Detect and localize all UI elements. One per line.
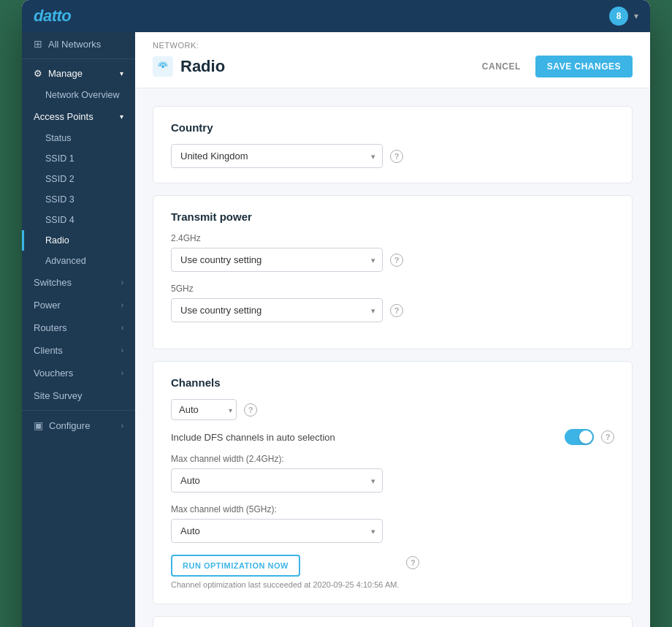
sidebar-item-site-survey[interactable]: Site Survey (22, 384, 135, 407)
switches-chevron-icon: › (121, 278, 123, 286)
sidebar-item-ssid4[interactable]: SSID 4 (22, 210, 135, 230)
optimize-content: RUN OPTIMIZATION NOW Channel optimizatio… (171, 555, 399, 589)
access-points-chevron-icon: ▾ (120, 113, 123, 121)
dfs-help-icon[interactable]: ? (601, 430, 614, 444)
network-overview-label: Network Overview (45, 90, 119, 100)
max-width-24-wrapper: Auto 20MHz 40MHz ▾ (171, 468, 383, 493)
channels-section-title: Channels (171, 376, 614, 389)
transmit-24ghz-wrapper: Use country setting Low Medium High Maxi… (171, 248, 383, 272)
form-content: Country United Kingdom United States Ger… (135, 88, 650, 627)
sidebar-access-points-group[interactable]: Access Points ▾ (22, 105, 135, 128)
channel-select[interactable]: Auto 1 2 6 11 (171, 399, 237, 420)
max-width-24-row: Auto 20MHz 40MHz ▾ (171, 468, 614, 493)
transmit-5ghz-wrapper: Use country setting Low Medium High Maxi… (171, 298, 383, 322)
vouchers-label: Vouchers (34, 368, 73, 379)
run-optimization-button[interactable]: RUN OPTIMIZATION NOW (171, 555, 300, 577)
sidebar-item-status[interactable]: Status (22, 128, 135, 148)
network-label: NETWORK: (153, 32, 633, 50)
transmit-5ghz-group: 5GHz Use country setting Low Medium High… (171, 284, 614, 322)
svg-point-0 (161, 65, 164, 68)
clients-label: Clients (34, 345, 63, 356)
sidebar-manage-group[interactable]: ⚙ Manage ▾ (22, 62, 135, 85)
optimize-row: RUN OPTIMIZATION NOW Channel optimizatio… (171, 555, 614, 589)
configure-chevron-icon: › (121, 422, 123, 430)
dfs-slider (565, 429, 594, 445)
transmit-24ghz-group: 2.4GHz Use country setting Low Medium Hi… (171, 233, 614, 272)
transmit-5ghz-help-icon[interactable]: ? (390, 304, 403, 317)
routers-chevron-icon: › (121, 324, 123, 332)
transmit-24ghz-select[interactable]: Use country setting Low Medium High Maxi… (171, 248, 383, 272)
sidebar-item-ssid1[interactable]: SSID 1 (22, 148, 135, 169)
country-help-icon[interactable]: ? (390, 150, 403, 163)
divider2 (22, 410, 135, 411)
channels-row: Auto 1 2 6 11 ▾ ? (171, 399, 614, 420)
sidebar-item-all-networks[interactable]: ⊞ All Networks (22, 32, 135, 56)
country-field-row: United Kingdom United States Germany Fra… (171, 144, 614, 168)
configure-icon: ▣ (34, 419, 43, 431)
transmit-24ghz-help-icon[interactable]: ? (390, 254, 403, 267)
max-width-5-select[interactable]: Auto 20MHz 40MHz 80MHz 160MHz (171, 519, 383, 543)
max-width-5-group: Max channel width (5GHz): Auto 20MHz 40M… (171, 504, 614, 543)
sidebar-item-radio[interactable]: Radio (22, 230, 135, 251)
channels-section: Channels Auto 1 2 6 11 ▾ ? (153, 361, 633, 604)
max-width-5-row: Auto 20MHz 40MHz 80MHz 160MHz ▾ (171, 519, 614, 543)
divider (22, 58, 135, 59)
sidebar-manage-label: Manage (48, 68, 83, 79)
transmit-section: Transmit power 2.4GHz Use country settin… (153, 195, 633, 349)
transmit-24ghz-row: Use country setting Low Medium High Maxi… (171, 248, 614, 272)
max-width-24-select[interactable]: Auto 20MHz 40MHz (171, 468, 383, 493)
sidebar-item-ssid2[interactable]: SSID 2 (22, 169, 135, 189)
country-select[interactable]: United Kingdom United States Germany Fra… (171, 144, 383, 168)
sidebar-access-points-label: Access Points (34, 111, 93, 122)
sidebar-item-configure[interactable]: ▣ Configure › (22, 414, 135, 437)
logo: datto (34, 7, 71, 26)
site-survey-label: Site Survey (34, 390, 82, 401)
max-width-5-label: Max channel width (5GHz): (171, 504, 614, 514)
sidebar-item-vouchers[interactable]: Vouchers › (22, 362, 135, 384)
transmit-5ghz-select[interactable]: Use country setting Low Medium High Maxi… (171, 298, 383, 322)
max-width-24-group: Max channel width (2.4GHz): Auto 20MHz 4… (171, 454, 614, 493)
sidebar-item-clients[interactable]: Clients › (22, 339, 135, 362)
transmit-24ghz-label: 2.4GHz (171, 233, 614, 243)
cancel-button[interactable]: CANCEL (476, 57, 527, 76)
sidebar-item-power[interactable]: Power › (22, 294, 135, 316)
page-title-row: Radio (153, 56, 225, 77)
channel-select-wrapper: Auto 1 2 6 11 ▾ (171, 399, 237, 420)
page-header: Radio CANCEL SAVE CHANGES (153, 50, 633, 88)
sidebar-item-advanced[interactable]: Advanced (22, 251, 135, 271)
transmit-5ghz-row: Use country setting Low Medium High Maxi… (171, 298, 614, 322)
dfs-label: Include DFS channels in auto selection (171, 432, 557, 443)
sidebar-item-network-overview[interactable]: Network Overview (22, 85, 135, 105)
dfs-toggle[interactable] (565, 429, 594, 445)
max-width-5-wrapper: Auto 20MHz 40MHz 80MHz 160MHz ▾ (171, 519, 383, 543)
country-section: Country United Kingdom United States Ger… (153, 106, 633, 183)
advanced-label: Advanced (45, 256, 86, 266)
country-section-title: Country (171, 121, 614, 134)
sidebar: ⊞ All Networks ⚙ Manage ▾ Network Overvi… (22, 32, 135, 627)
sidebar-all-networks-label: All Networks (48, 39, 101, 50)
sidebar-item-routers[interactable]: Routers › (22, 316, 135, 339)
max-width-24-label: Max channel width (2.4GHz): (171, 454, 614, 464)
optimize-note: Channel optimization last succeeded at 2… (171, 580, 399, 589)
topbar: datto 8 ▾ (22, 0, 650, 32)
sidebar-item-ssid3[interactable]: SSID 3 (22, 189, 135, 210)
optimize-help-icon[interactable]: ? (406, 556, 419, 569)
routers-label: Routers (34, 322, 67, 333)
configure-label: Configure (49, 420, 90, 431)
sidebar-item-switches[interactable]: Switches › (22, 271, 135, 294)
avatar[interactable]: 8 (609, 7, 628, 26)
vouchers-chevron-icon: › (121, 369, 123, 377)
power-chevron-icon: › (121, 301, 123, 309)
channels-help-icon[interactable]: ? (244, 403, 257, 417)
transmit-5ghz-label: 5GHz (171, 284, 614, 294)
settings-icon: ⚙ (34, 68, 42, 79)
transmit-section-title: Transmit power (171, 210, 614, 223)
save-changes-button[interactable]: SAVE CHANGES (535, 56, 633, 77)
clients-chevron-icon: › (121, 346, 123, 354)
country-select-wrapper: United Kingdom United States Germany Fra… (171, 144, 383, 168)
topbar-right: 8 ▾ (609, 7, 638, 26)
app-window: datto 8 ▾ ⊞ All Networks ⚙ Manage ▾ Netw… (22, 0, 650, 627)
topbar-chevron-icon: ▾ (634, 11, 638, 21)
dfs-toggle-row: Include DFS channels in auto selection ? (171, 429, 614, 445)
content-area: NETWORK: Radio CANCEL (135, 32, 650, 627)
